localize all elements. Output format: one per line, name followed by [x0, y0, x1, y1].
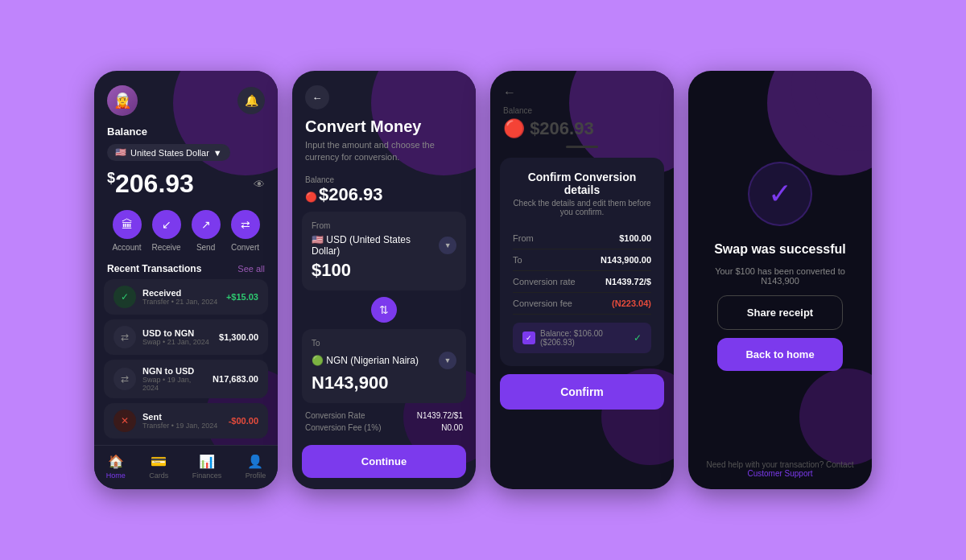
- see-all-link[interactable]: See all: [237, 264, 265, 274]
- nav-home[interactable]: 🏠 Home: [106, 454, 126, 480]
- confirm-subtitle: Check the details and edit them before y…: [513, 199, 651, 216]
- received-icon: ✓: [114, 286, 136, 308]
- hide-balance-icon[interactable]: 👁: [254, 178, 265, 191]
- confirm-from-row: From $100.00: [513, 228, 651, 249]
- swap-currencies-button[interactable]: ⇅: [371, 297, 397, 323]
- phone-4-success: ✓ Swap was successful Your $100 has been…: [688, 71, 872, 489]
- checkmark-icon: ✓: [768, 177, 792, 211]
- conversion-rate-value: N1439.72/$1: [417, 411, 463, 420]
- from-currency-box: From 🇺🇸 USD (United States Dollar) ▼ $10…: [302, 212, 466, 290]
- confirm-to-row: To N143,900.00: [513, 249, 651, 271]
- receive-button[interactable]: ↙ Receive: [152, 210, 181, 252]
- nav-profile[interactable]: 👤 Profile: [246, 454, 266, 480]
- transactions-list: ✓ Received Transfer • 21 Jan, 2024 +$15.…: [94, 279, 278, 445]
- to-currency-dropdown[interactable]: ▼: [439, 352, 456, 369]
- bottom-navigation: 🏠 Home 💳 Cards 📊 Finances 👤 Profile: [94, 445, 278, 489]
- phone-3-confirm: ← Balance 🔴 $206.93 Confirm Conversion d…: [490, 71, 674, 489]
- back-to-home-button[interactable]: Back to home: [717, 338, 843, 371]
- sent-icon: ✕: [114, 410, 136, 432]
- page-title: Convert Money: [305, 117, 463, 136]
- to-currency-name: 🟢 NGN (Nigerian Naira): [312, 355, 419, 366]
- conversion-fee-label: Conversion Fee (1%): [305, 423, 381, 432]
- balance-mini-amount: 🔴 $206.93: [490, 117, 674, 146]
- to-currency-box: To 🟢 NGN (Nigerian Naira) ▼ N143,900: [302, 329, 466, 403]
- table-row[interactable]: ⇄ USD to NGN Swap • 21 Jan, 2024 $1,300.…: [104, 319, 268, 355]
- to-amount: N143,900: [312, 373, 456, 393]
- balance-label: Balance: [94, 122, 278, 141]
- customer-support-link[interactable]: Customer Support: [747, 469, 812, 478]
- convert-button[interactable]: ⇄ Convert: [231, 210, 260, 252]
- page-subtitle: Input the amount and choose the currency…: [292, 139, 476, 172]
- phone-2-convert: ← Convert Money Input the amount and cho…: [292, 71, 476, 489]
- check-icon: ✓: [634, 332, 642, 344]
- confirm-rate-row: Conversion rate N1439.72/$: [513, 271, 651, 293]
- confirm-details-box: Confirm Conversion details Check the det…: [500, 158, 664, 366]
- from-amount[interactable]: $100: [312, 260, 456, 281]
- from-currency-dropdown[interactable]: ▼: [439, 237, 456, 254]
- back-button[interactable]: ←: [503, 85, 661, 100]
- balance-mini-amount: 🔴$206.93: [305, 184, 463, 205]
- help-text: Need help with your transaction? Contact…: [688, 454, 872, 489]
- user-avatar: 🧝: [107, 85, 138, 116]
- swap-icon: ⇄: [114, 368, 136, 390]
- from-currency-name: 🇺🇸 USD (United States Dollar): [312, 234, 439, 257]
- checkbox[interactable]: ✓: [522, 331, 535, 344]
- currency-selector[interactable]: 🇺🇸 United States Dollar ▼: [107, 144, 230, 161]
- phone-1-home: 🧝 🔔 Balance 🇺🇸 United States Dollar ▼ $2…: [94, 71, 278, 489]
- back-button[interactable]: ←: [305, 85, 329, 109]
- confirm-fee-row: Conversion fee (N223.04): [513, 293, 651, 315]
- confirm-title: Confirm Conversion details: [513, 171, 651, 196]
- conversion-fee-value: N0.00: [441, 423, 463, 432]
- share-receipt-button[interactable]: Share receipt: [717, 295, 843, 330]
- success-title: Swap was successful: [714, 242, 846, 257]
- send-button[interactable]: ↗ Send: [192, 210, 221, 252]
- balance-mini-label: Balance: [490, 105, 674, 117]
- conversion-rate-label: Conversion Rate: [305, 411, 365, 420]
- divider: [566, 146, 598, 148]
- swap-icon: ⇄: [114, 326, 136, 348]
- nav-finances[interactable]: 📊 Finances: [192, 454, 222, 480]
- table-row[interactable]: ✓ Received Transfer • 21 Jan, 2024 +$15.…: [104, 279, 268, 315]
- confirm-button[interactable]: Confirm: [500, 374, 664, 410]
- table-row[interactable]: ✕ Sent Transfer • 19 Jan, 2024 -$00.00: [104, 403, 268, 439]
- balance-check-row: ✓ Balance: $106.00 ($206.93) ✓: [513, 323, 651, 353]
- notification-button[interactable]: 🔔: [237, 87, 265, 114]
- currency-name: United States Dollar: [130, 148, 209, 158]
- table-row[interactable]: ⇄ NGN to USD Swap • 19 Jan, 2024 N17,683…: [104, 360, 268, 398]
- success-circle: ✓: [748, 162, 812, 226]
- nav-cards[interactable]: 💳 Cards: [149, 454, 168, 480]
- balance-check-text: Balance: $106.00 ($206.93): [540, 329, 629, 347]
- success-subtitle: Your $100 has been converted to N143,900: [704, 266, 856, 286]
- recent-transactions-label: Recent Transactions: [107, 263, 201, 274]
- continue-button[interactable]: Continue: [302, 445, 466, 478]
- balance-mini-label: Balance: [305, 175, 463, 184]
- account-button[interactable]: 🏛 Account: [112, 210, 141, 252]
- balance-amount: $206.93: [107, 169, 194, 199]
